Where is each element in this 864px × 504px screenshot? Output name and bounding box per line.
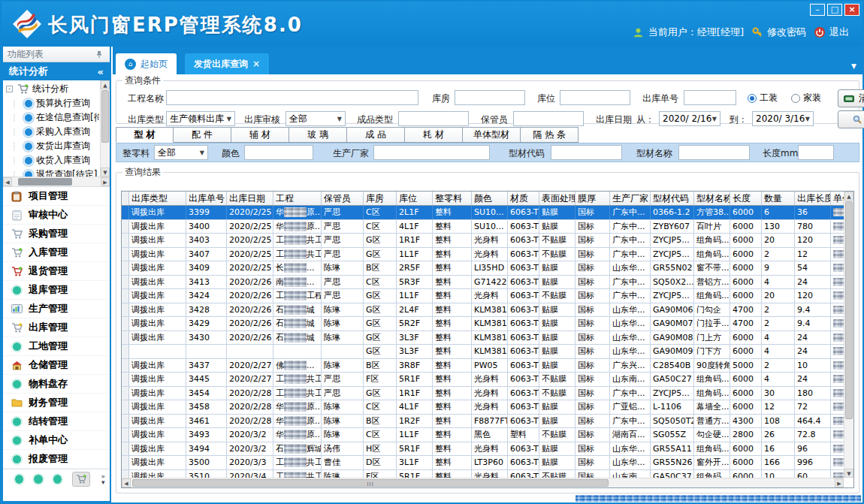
- footer-dot-icon[interactable]: [15, 475, 23, 484]
- whole-part-select[interactable]: 全部▼: [154, 145, 208, 160]
- scroll-up-icon[interactable]: ▲: [844, 192, 853, 201]
- maximize-button[interactable]: □: [827, 4, 842, 16]
- change-password-link[interactable]: 修改密码: [751, 26, 806, 39]
- tree-vertical-scrollbar[interactable]: ▲ ▼: [100, 80, 110, 177]
- column-header-10[interactable]: 表面处理: [539, 192, 575, 205]
- table-row[interactable]: 调拨出库35002020/3/3工共工程曹佳D区3L1F整料LT3P606063…: [122, 456, 853, 470]
- radio-jiazhuang[interactable]: 家装: [791, 92, 821, 104]
- tree-item-2[interactable]: ┊采购入库查询: [5, 125, 99, 139]
- scroll-left-icon[interactable]: ◀: [122, 478, 131, 487]
- table-row[interactable]: 调拨出库34292020/2/26石城陈琳G区5R2F整料KLM38176063…: [122, 317, 853, 331]
- table-row[interactable]: 调拨出库34542020/2/28工共工程严思G区1R1F整料光身料6063-T…: [122, 387, 853, 401]
- tree-horizontal-scrollbar[interactable]: ◀ ▶: [3, 177, 110, 186]
- scroll-up-icon[interactable]: ▲: [101, 80, 110, 89]
- column-header-0[interactable]: 出库类型: [129, 192, 186, 205]
- table-row[interactable]: 调拨出库34242020/2/26工工程严思G区1L1F整料光身料6063-T5…: [122, 289, 853, 303]
- tab-home[interactable]: ⌂ 起始页: [116, 53, 177, 74]
- column-header-9[interactable]: 材质: [508, 192, 539, 205]
- minimize-button[interactable]: –: [810, 4, 825, 16]
- tree-item-0[interactable]: ┊预算执行查询: [5, 96, 99, 110]
- search-button[interactable]: 查 询: [838, 110, 864, 128]
- sidebar-module-12[interactable]: 结转管理: [3, 412, 110, 431]
- warehouse-input[interactable]: [455, 90, 525, 105]
- tree-root-item[interactable]: -统计分析: [5, 82, 99, 96]
- scroll-right-icon[interactable]: ▶: [101, 177, 110, 186]
- product-type-input[interactable]: [398, 111, 469, 126]
- material-tab-3[interactable]: 玻 璃: [289, 127, 347, 143]
- material-tab-5[interactable]: 耗 材: [405, 127, 463, 143]
- outbound-type-select[interactable]: 生产领料出库▼: [166, 111, 235, 126]
- column-header-1[interactable]: 出库单号: [186, 192, 227, 205]
- location-input[interactable]: [560, 90, 630, 105]
- column-header-17[interactable]: 出库长度: [795, 192, 831, 205]
- table-row[interactable]: 调拨出库34372020/2/27佛...陈琳B区3R8F整料PW056063-…: [122, 359, 853, 373]
- column-header-2[interactable]: 出库日期: [227, 192, 273, 205]
- table-row[interactable]: 调拨出库34282020/2/26石城陈琳G区2L4F整料KLM38176063…: [122, 303, 853, 318]
- sidebar-module-5[interactable]: 退库管理: [3, 281, 110, 300]
- sidebar-module-7[interactable]: 出库管理: [3, 318, 110, 337]
- scroll-down-icon[interactable]: ▼: [101, 167, 110, 177]
- sidebar-module-10[interactable]: 物料盘存: [3, 375, 110, 394]
- tree-expander-icon[interactable]: -: [6, 86, 13, 92]
- profile-name-input[interactable]: [678, 145, 750, 160]
- material-tab-4[interactable]: 成 品: [347, 127, 405, 143]
- date-from-picker[interactable]: 2020/ 2/16▼: [659, 111, 721, 126]
- sidebar-module-2[interactable]: 采购管理: [3, 225, 110, 243]
- tab-shipment-outbound-query[interactable]: 发货出库查询 ×: [185, 53, 269, 74]
- table-row[interactable]: 调拨出库34072020/2/25工共工程严思G区1L1F整料光身料6063-T…: [122, 248, 853, 262]
- clear-conditions-button[interactable]: 清空条件: [838, 89, 864, 107]
- color-input[interactable]: [244, 145, 313, 160]
- tree-item-3[interactable]: ┊发货出库查询: [5, 139, 99, 153]
- sidebar-module-6[interactable]: 生产管理: [3, 300, 110, 318]
- logout-link[interactable]: 退出: [814, 26, 849, 39]
- column-header-13[interactable]: 型材代码: [651, 192, 694, 205]
- table-row[interactable]: 调拨出库34002020/2/25华原..严思C区4L1F整料SU10...60…: [122, 220, 853, 234]
- close-button[interactable]: ×: [844, 4, 859, 16]
- sidebar-module-1[interactable]: 审核中心: [3, 206, 110, 225]
- sidebar-module-11[interactable]: 财务管理: [3, 394, 110, 412]
- column-header-15[interactable]: 长度: [730, 192, 762, 205]
- table-row[interactable]: 调拨出库34612020/2/28华原..陈琳B区1R2F整料F8877FT60…: [122, 415, 853, 429]
- tree-item-1[interactable]: ┊在途信息查询[待: [5, 110, 99, 125]
- sidebar-module-9[interactable]: 仓储管理: [3, 356, 110, 375]
- material-tab-7[interactable]: 隔 热 条: [521, 127, 579, 143]
- sidebar-module-3[interactable]: 入库管理: [3, 243, 110, 262]
- column-header-16[interactable]: 数量: [762, 192, 795, 205]
- tab-list-dropdown-icon[interactable]: ▼: [851, 62, 856, 70]
- footer-more-button[interactable]: »▾: [101, 473, 105, 485]
- factory-input[interactable]: [373, 145, 490, 160]
- material-tab-2[interactable]: 辅 材: [231, 127, 289, 143]
- table-row[interactable]: 调拨出库34032020/2/25工共工程严思G区1R1F整料光身料6063-T…: [122, 234, 853, 248]
- column-header-14[interactable]: 型材名称: [694, 192, 730, 205]
- table-row[interactable]: 调拨出库34132020/2/26南...严思C区5R3F整料G71422606…: [122, 276, 853, 290]
- grid-vertical-scrollbar[interactable]: ▲ ▼: [844, 192, 853, 478]
- pin-icon[interactable]: [93, 48, 105, 60]
- table-row[interactable]: 调拨出库34302020/2/26石城陈琳G区3L3F整料KLM38176063…: [122, 331, 853, 346]
- length-input[interactable]: [798, 145, 834, 160]
- column-header-4[interactable]: 保管员: [322, 192, 364, 205]
- column-header-11[interactable]: 膜厚: [575, 192, 610, 205]
- table-row[interactable]: 调拨出库33992020/2/25华原..严思C区2L1F整料SU10...60…: [122, 206, 853, 220]
- date-to-picker[interactable]: 2020/ 3/16▼: [752, 111, 814, 126]
- scroll-left-icon[interactable]: ◀: [3, 177, 12, 186]
- column-header-7[interactable]: 整零料: [433, 192, 472, 205]
- audit-select[interactable]: 全部▼: [285, 111, 346, 126]
- table-row[interactable]: 调拨出库34092020/2/25长...陈琳B区2R5F整料LI35HD606…: [122, 261, 853, 276]
- table-row[interactable]: 调拨出库34452020/2/27工共工程严思F区5R1F整料光身料6063-T…: [122, 373, 853, 387]
- column-header-3[interactable]: 工程: [273, 192, 322, 205]
- order-no-input[interactable]: [684, 90, 736, 105]
- scroll-right-icon[interactable]: ▶: [835, 478, 844, 487]
- sidebar-module-8[interactable]: 工地管理: [3, 337, 110, 356]
- profile-code-input[interactable]: [551, 145, 622, 160]
- scroll-down-icon[interactable]: ▼: [844, 469, 853, 478]
- project-name-input[interactable]: [166, 90, 418, 105]
- column-header-12[interactable]: 生产厂家: [610, 192, 651, 205]
- keeper-input[interactable]: [513, 111, 584, 126]
- footer-dot-icon[interactable]: [53, 475, 62, 484]
- column-header-6[interactable]: 库位: [397, 192, 433, 205]
- material-tab-6[interactable]: 单体型材: [463, 127, 521, 143]
- sidebar-module-4[interactable]: 退货管理: [3, 262, 110, 281]
- material-tab-0[interactable]: 型 材: [116, 127, 174, 143]
- table-row[interactable]: 调拨出库34582020/2/28华原..陈琳C区4L1F整料光身料6063-T…: [122, 400, 853, 415]
- material-tab-1[interactable]: 配 件: [174, 127, 231, 143]
